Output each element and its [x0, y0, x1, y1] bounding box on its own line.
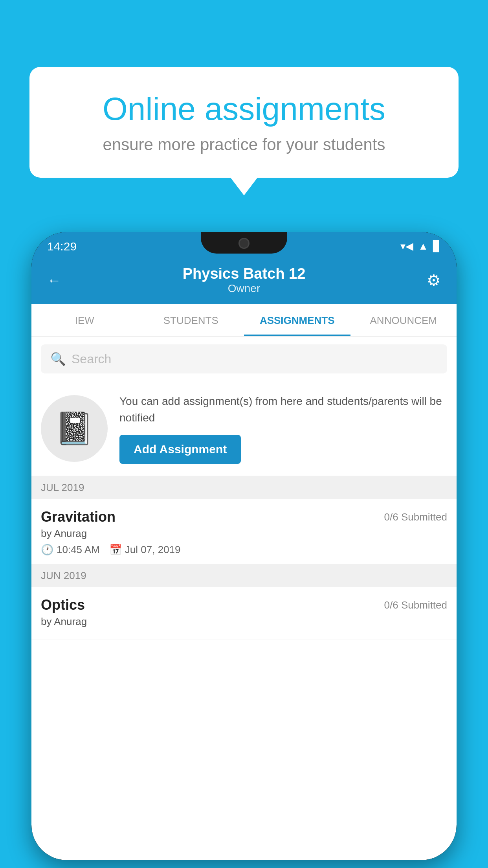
battery-icon: ▊: [433, 240, 441, 252]
search-icon: 🔍: [50, 351, 66, 366]
speech-bubble: Online assignments ensure more practice …: [29, 67, 459, 178]
search-container: 🔍 Search: [31, 337, 457, 381]
search-placeholder: Search: [72, 352, 111, 366]
header-title: Physics Batch 12: [183, 265, 306, 282]
assignment-top: Gravitation 0/6 Submitted: [41, 509, 447, 525]
assignment-submitted-gravitation: 0/6 Submitted: [384, 511, 447, 523]
tab-announcements[interactable]: ANNOUNCEM: [350, 304, 457, 336]
add-assignment-button[interactable]: Add Assignment: [119, 435, 241, 464]
assignment-time-text: 10:45 AM: [57, 544, 100, 556]
speech-bubble-subtitle: ensure more practice for your students: [57, 135, 431, 154]
phone-frame: 14:29 ▾◀ ▲ ▊ ← Physics Batch 12 Owner ⚙ …: [31, 232, 457, 860]
phone-notch: [201, 232, 287, 254]
clock-icon: 🕐: [41, 544, 53, 556]
assignment-icon-wrap: 📓: [41, 395, 108, 462]
tab-iew[interactable]: IEW: [31, 304, 138, 336]
header-subtitle: Owner: [183, 282, 306, 295]
assignment-submitted-optics: 0/6 Submitted: [384, 599, 447, 611]
speech-bubble-title: Online assignments: [57, 90, 431, 127]
assignment-optics[interactable]: Optics 0/6 Submitted by Anurag: [31, 587, 457, 640]
header-title-block: Physics Batch 12 Owner: [183, 265, 306, 295]
section-label-jul: JUL 2019: [41, 482, 84, 493]
status-icons: ▾◀ ▲ ▊: [400, 240, 441, 252]
wifi-icon: ▾◀: [400, 240, 413, 252]
assignment-time-gravitation: 🕐 10:45 AM: [41, 544, 100, 556]
prompt-text-block: You can add assignment(s) from here and …: [119, 393, 447, 464]
assignment-top-optics: Optics 0/6 Submitted: [41, 597, 447, 613]
tab-students[interactable]: STUDENTS: [138, 304, 244, 336]
screen-content: 🔍 Search 📓 You can add assignment(s) fro…: [31, 337, 457, 860]
section-jul-2019: JUL 2019: [31, 476, 457, 499]
notebook-icon: 📓: [55, 410, 94, 447]
tab-bar: IEW STUDENTS ASSIGNMENTS ANNOUNCEM: [31, 304, 457, 337]
section-jun-2019: JUN 2019: [31, 564, 457, 587]
prompt-description: You can add assignment(s) from here and …: [119, 393, 447, 426]
phone-screen: 14:29 ▾◀ ▲ ▊ ← Physics Batch 12 Owner ⚙ …: [31, 232, 457, 860]
assignment-by-optics: by Anurag: [41, 616, 447, 628]
speech-bubble-container: Online assignments ensure more practice …: [29, 67, 459, 178]
back-button[interactable]: ←: [47, 272, 61, 289]
app-header: ← Physics Batch 12 Owner ⚙: [31, 257, 457, 304]
assignment-date-text: Jul 07, 2019: [125, 544, 181, 556]
assignment-meta-gravitation: 🕐 10:45 AM 📅 Jul 07, 2019: [41, 544, 447, 556]
assignment-title-optics: Optics: [41, 597, 85, 613]
phone-camera: [238, 238, 250, 249]
search-bar[interactable]: 🔍 Search: [41, 344, 447, 373]
assignment-by-gravitation: by Anurag: [41, 528, 447, 540]
calendar-icon: 📅: [109, 544, 122, 556]
tab-assignments[interactable]: ASSIGNMENTS: [244, 304, 350, 336]
assignment-date-gravitation: 📅 Jul 07, 2019: [109, 544, 181, 556]
section-label-jun: JUN 2019: [41, 570, 86, 581]
settings-button[interactable]: ⚙: [427, 271, 441, 289]
prompt-section: 📓 You can add assignment(s) from here an…: [31, 381, 457, 476]
assignment-gravitation[interactable]: Gravitation 0/6 Submitted by Anurag 🕐 10…: [31, 499, 457, 564]
status-time: 14:29: [47, 240, 77, 253]
phone-container: 14:29 ▾◀ ▲ ▊ ← Physics Batch 12 Owner ⚙ …: [31, 232, 457, 860]
assignment-title-gravitation: Gravitation: [41, 509, 116, 525]
signal-icon: ▲: [418, 240, 428, 252]
